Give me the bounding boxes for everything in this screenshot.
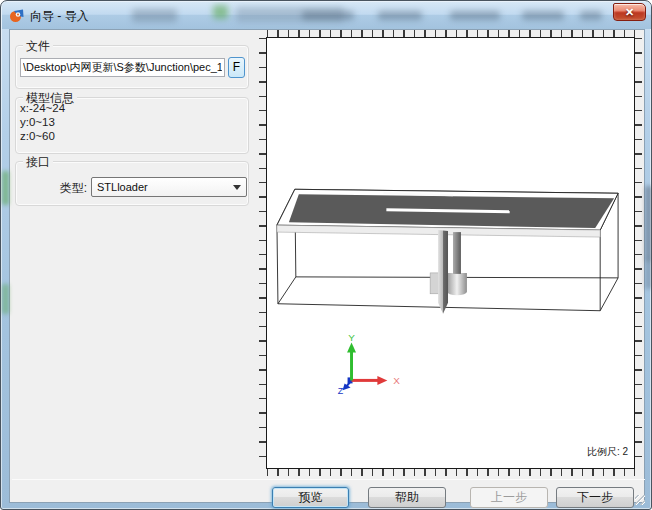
glass-artifact xyxy=(302,11,354,20)
model-x-range: x:-24~24 xyxy=(20,102,65,114)
glass-artifact xyxy=(450,11,500,20)
browse-file-button[interactable]: F xyxy=(228,57,245,78)
scale-label: 比例尺: 2 xyxy=(587,445,628,459)
chevron-down-icon xyxy=(233,185,241,190)
footer-separator xyxy=(12,479,645,480)
ruler-bottom xyxy=(267,469,635,476)
glass-artifact xyxy=(213,5,228,19)
glass-artifact xyxy=(378,11,422,20)
close-icon: ✕ xyxy=(625,6,634,18)
glass-artifact xyxy=(645,186,652,261)
help-button[interactable]: 帮助 xyxy=(368,487,446,508)
close-button[interactable]: ✕ xyxy=(613,3,646,21)
model-z-range: z:0~60 xyxy=(20,130,55,142)
type-label: 类型: xyxy=(21,180,87,197)
glass-artifact xyxy=(132,9,177,22)
preview-button[interactable]: 预览 xyxy=(272,487,349,508)
file-path-input[interactable] xyxy=(20,58,225,77)
previous-button[interactable]: 上一步 xyxy=(470,487,548,508)
resize-grip[interactable] xyxy=(635,495,645,505)
model-y-range: y:0~13 xyxy=(20,116,55,128)
glass-artifact xyxy=(2,171,9,205)
interface-group-label: 接口 xyxy=(23,154,53,171)
type-dropdown[interactable]: STLloader xyxy=(91,177,247,197)
model-3d-render: Y X Z xyxy=(267,38,634,468)
file-group-label: 文件 xyxy=(23,38,53,55)
axis-x-label: X xyxy=(393,375,400,386)
ruler-left xyxy=(259,38,266,468)
axis-z-label: Z xyxy=(338,386,344,396)
ruler-right xyxy=(635,38,642,468)
window-title: 向导 - 导入 xyxy=(30,8,89,25)
glass-artifact xyxy=(522,11,564,20)
axis-y-label: Y xyxy=(348,332,355,343)
axis-triad: Y X Z xyxy=(338,332,400,397)
ruler-top xyxy=(267,30,635,37)
glass-artifact xyxy=(2,284,9,314)
glass-artifact xyxy=(580,11,602,20)
next-button[interactable]: 下一步 xyxy=(556,487,634,508)
preview-viewport[interactable]: Y X Z 比例尺: 2 xyxy=(266,37,635,469)
type-dropdown-value: STLloader xyxy=(97,181,148,193)
glass-artifact xyxy=(645,259,652,289)
app-icon xyxy=(10,8,25,23)
import-wizard-dialog: 向导 - 导入 ✕ 文件 F 模型信息 x:-24~24 y:0~13 z:0~… xyxy=(0,0,652,510)
title-bar xyxy=(2,2,652,29)
